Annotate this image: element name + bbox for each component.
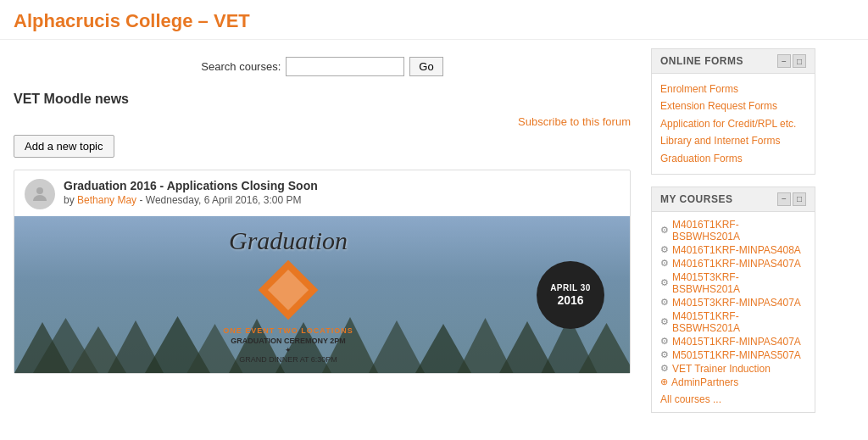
my-courses-controls: − □ <box>777 192 806 206</box>
subscribe-row: Subscribe to this forum <box>14 115 631 128</box>
post-header: Graduation 2016 - Applications Closing S… <box>14 170 630 216</box>
course-link[interactable]: M4015T1KRF-MINPAS407A <box>672 336 801 348</box>
expand-icon[interactable]: □ <box>793 54 806 68</box>
online-forms-header: ONLINE FORMS − □ <box>652 49 815 74</box>
course-link[interactable]: M4015T3KRF-BSBWHS201A <box>672 271 806 295</box>
svg-point-0 <box>36 187 43 194</box>
admin-icon: ⊕ <box>660 376 668 387</box>
course-item: ⚙M4015T1KRF-BSBWHS201A <box>660 310 806 334</box>
post-author-line: by Bethany May - Wednesday, 6 April 2016… <box>64 194 620 206</box>
online-forms-title: ONLINE FORMS <box>660 55 743 67</box>
course-item: ⚙M4016T1KRF-BSBWHS201A <box>660 219 806 242</box>
gear-icon: ⚙ <box>660 258 669 269</box>
course-link[interactable]: M4016T1KRF-BSBWHS201A <box>672 219 806 242</box>
course-link[interactable]: AdminPartners <box>671 376 738 388</box>
course-link[interactable]: VET Trainer Induction <box>672 363 771 375</box>
course-item: ⚙M4015T3KRF-BSBWHS201A <box>660 271 806 295</box>
course-item: ⚙M4015T3KRF-MINPAS407A <box>660 297 806 309</box>
graduation-banner: Graduation ONE EVENT TWO LOCATIONS GRADU… <box>14 216 630 373</box>
search-input[interactable] <box>286 57 404 76</box>
expand-courses-icon[interactable]: □ <box>793 192 806 206</box>
forum-post: Graduation 2016 - Applications Closing S… <box>14 170 631 374</box>
course-item: ⊕AdminPartners <box>660 376 806 388</box>
banner-text-block: Graduation ONE EVENT TWO LOCATIONS GRADU… <box>40 226 537 364</box>
post-meta: Graduation 2016 - Applications Closing S… <box>64 179 620 206</box>
post-date: - Wednesday, 6 April 2016, 3:00 PM <box>139 194 301 206</box>
page-header: Alphacrucis College – VET <box>0 0 868 40</box>
graduation-script-text: Graduation <box>40 226 537 255</box>
my-courses-block: MY COURSES − □ ⚙M4016T1KRF-BSBWHS201A⚙M4… <box>651 187 815 413</box>
divider-text: ✦ <box>40 346 537 354</box>
online-form-link[interactable]: Graduation Forms <box>660 150 806 167</box>
online-form-link[interactable]: Library and Internet Forms <box>660 132 806 149</box>
online-form-link[interactable]: Application for Credit/RPL etc. <box>660 115 806 132</box>
course-link[interactable]: M4016T1KRF-MINPAS407A <box>672 258 801 270</box>
course-item: ⚙M4015T1KRF-MINPAS407A <box>660 336 806 348</box>
my-courses-header: MY COURSES − □ <box>652 187 815 212</box>
course-item: ⚙VET Trainer Induction <box>660 363 806 375</box>
gear-icon: ⚙ <box>660 349 669 360</box>
course-link[interactable]: M4015T3KRF-MINPAS407A <box>672 297 801 309</box>
avatar <box>25 179 55 209</box>
author-prefix: by <box>64 194 75 206</box>
online-forms-controls: − □ <box>777 54 806 68</box>
page-title: Alphacrucis College – VET <box>14 10 854 32</box>
author-name[interactable]: Bethany May <box>77 194 136 206</box>
search-label: Search courses: <box>201 60 281 73</box>
date-year: 2016 <box>557 293 583 307</box>
date-month: APRIL 30 <box>550 282 591 293</box>
ceremony-text: GRADUATION CEREMONY 2PM <box>40 337 537 345</box>
search-button[interactable]: Go <box>409 57 442 76</box>
gear-icon: ⚙ <box>660 225 669 236</box>
sidebar: ONLINE FORMS − □ Enrolment FormsExtensio… <box>644 40 822 433</box>
course-link[interactable]: M5015T1KRF-MINPAS507A <box>672 349 801 361</box>
course-link[interactable]: M4016T1KRF-MINPAS408A <box>672 244 801 256</box>
my-courses-title: MY COURSES <box>660 193 732 205</box>
course-link[interactable]: M4015T1KRF-BSBWHS201A <box>672 310 806 334</box>
gear-icon: ⚙ <box>660 316 669 327</box>
subscribe-link[interactable]: Subscribe to this forum <box>518 115 631 128</box>
course-item: ⚙M4016T1KRF-MINPAS408A <box>660 244 806 256</box>
gear-icon: ⚙ <box>660 244 669 255</box>
collapse-courses-icon[interactable]: − <box>777 192 791 206</box>
online-forms-links: Enrolment FormsExtension Request FormsAp… <box>652 74 815 174</box>
collapse-icon[interactable]: − <box>777 54 791 68</box>
online-form-link[interactable]: Enrolment Forms <box>660 81 806 97</box>
online-form-link[interactable]: Extension Request Forms <box>660 97 806 114</box>
gear-icon: ⚙ <box>660 336 669 347</box>
gear-icon: ⚙ <box>660 277 669 288</box>
gear-icon: ⚙ <box>660 297 669 308</box>
course-item: ⚙M5015T1KRF-MINPAS507A <box>660 349 806 361</box>
news-section-title: VET Moodle news <box>14 92 631 107</box>
date-circle: APRIL 30 2016 <box>537 261 604 329</box>
add-topic-button[interactable]: Add a new topic <box>14 135 114 158</box>
my-courses-content: ⚙M4016T1KRF-BSBWHS201A⚙M4016T1KRF-MINPAS… <box>652 212 815 412</box>
all-courses-link[interactable]: All courses ... <box>660 393 806 405</box>
search-row: Search courses: Go <box>14 57 631 76</box>
gear-icon: ⚙ <box>660 363 669 374</box>
post-title: Graduation 2016 - Applications Closing S… <box>64 179 620 192</box>
online-forms-block: ONLINE FORMS − □ Enrolment FormsExtensio… <box>651 48 815 175</box>
dinner-text: GRAND DINNER AT 6:30PM <box>40 355 537 364</box>
course-item: ⚙M4016T1KRF-MINPAS407A <box>660 258 806 270</box>
one-event-text: ONE EVENT TWO LOCATIONS <box>40 326 537 335</box>
